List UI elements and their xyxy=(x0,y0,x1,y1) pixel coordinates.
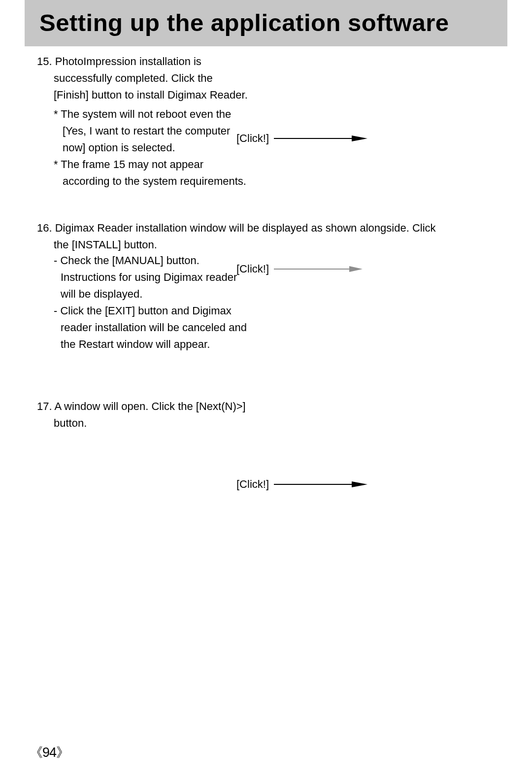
svg-marker-1 xyxy=(352,136,367,141)
manual-page: Setting up the application software 15. … xyxy=(0,0,532,781)
page-number: 《94》 xyxy=(30,744,69,761)
step-15-notes: * The system will not reboot even the [Y… xyxy=(37,106,249,190)
step-15-note2: * The frame 15 may not appear according … xyxy=(37,156,249,190)
step-16: 16. Digimax Reader installation window w… xyxy=(37,220,441,253)
page-number-bracket-left: 《 xyxy=(30,745,42,760)
step-16-bullet2: - Click the [EXIT] button and Digimax re… xyxy=(37,303,254,353)
page-number-value: 94 xyxy=(42,745,56,760)
step-16-bullets: - Check the [MANUAL] button. Instruction… xyxy=(37,252,254,353)
step-15-note1: * The system will not reboot even the [Y… xyxy=(37,106,249,156)
arrow-right-icon xyxy=(274,480,367,488)
click-label: [Click!] xyxy=(236,132,269,145)
step-16-bullet1: - Check the [MANUAL] button. Instruction… xyxy=(37,252,254,303)
step-text: A window will open. Click the [Next(N)>]… xyxy=(54,400,246,429)
click-label: [Click!] xyxy=(236,263,269,275)
page-number-bracket-right: 》 xyxy=(56,745,69,760)
step-number: 16. xyxy=(37,222,52,234)
arrow-right-icon xyxy=(274,135,367,142)
page-title: Setting up the application software xyxy=(39,9,449,36)
step-15: 15. PhotoImpression installation is succ… xyxy=(37,53,249,103)
svg-marker-3 xyxy=(349,266,363,272)
arrow-right-icon xyxy=(274,265,363,273)
click-callout-1: [Click!] xyxy=(236,132,367,145)
svg-marker-5 xyxy=(352,481,367,487)
step-text: PhotoImpression installation is successf… xyxy=(54,55,248,101)
step-number: 15. xyxy=(37,55,52,68)
click-callout-2: [Click!] xyxy=(236,263,363,275)
click-label: [Click!] xyxy=(236,478,269,491)
step-17: 17. A window will open. Click the [Next(… xyxy=(37,398,249,432)
step-text: Digimax Reader installation window will … xyxy=(54,222,436,251)
step-number: 17. xyxy=(37,400,52,412)
click-callout-3: [Click!] xyxy=(236,478,367,491)
